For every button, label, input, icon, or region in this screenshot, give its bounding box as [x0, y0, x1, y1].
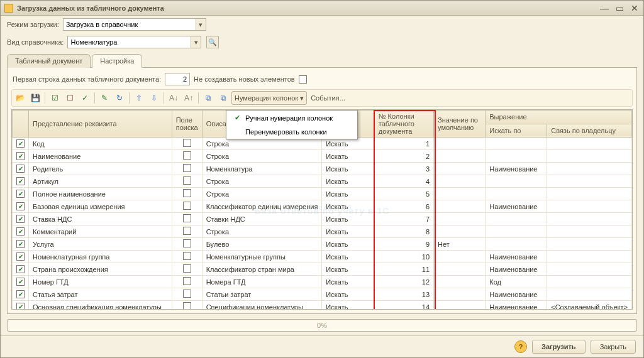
cell-default[interactable]	[434, 175, 486, 188]
reftype-combo[interactable]: ▾	[67, 36, 201, 48]
table-row[interactable]: ✔УслугаБулевоИскать9Нет	[13, 238, 632, 251]
checkone-icon[interactable]: ✓	[78, 91, 92, 105]
cell-mode[interactable]: Искать	[322, 200, 374, 213]
cell-repr[interactable]: Страна происхождения	[29, 263, 172, 276]
cell-desc[interactable]: Булево	[202, 238, 322, 251]
cell-repr[interactable]: Комментарий	[29, 225, 172, 238]
cell-findby[interactable]	[486, 213, 547, 225]
mode-combo[interactable]: ▾	[63, 18, 206, 31]
cell-mode[interactable]: Искать	[322, 150, 374, 163]
row-checkbox[interactable]: ✔	[16, 278, 25, 286]
cell-desc[interactable]: Номера ГТД	[202, 276, 322, 288]
cell-owner[interactable]	[547, 263, 632, 276]
load-button[interactable]: Загрузить	[532, 340, 586, 354]
minimize-button[interactable]: —	[599, 4, 609, 13]
sortdesc-icon[interactable]: A↑	[182, 91, 196, 105]
search-checkbox[interactable]	[183, 290, 191, 298]
cell-colnum[interactable]: 7	[374, 213, 433, 225]
search-checkbox[interactable]	[183, 202, 191, 210]
cell-desc[interactable]: Ставки НДС	[202, 213, 322, 225]
events-link[interactable]: События...	[308, 94, 348, 102]
cell-owner[interactable]	[547, 213, 632, 225]
close-button[interactable]: Закрыть	[591, 340, 636, 354]
settings-table[interactable]: БухЭксперт 8 База ответов по учету в 1С …	[11, 109, 633, 310]
cell-desc[interactable]: Статьи затрат	[202, 288, 322, 301]
close-button[interactable]: ✕	[630, 4, 640, 13]
cell-owner[interactable]	[547, 138, 632, 150]
row-checkbox[interactable]: ✔	[16, 265, 25, 273]
row-checkbox[interactable]: ✔	[16, 252, 25, 261]
tab-tabdoc[interactable]: Табличный документ	[7, 54, 91, 68]
table-row[interactable]: ✔Страна происхожденияКлассификатор стран…	[13, 263, 632, 276]
search-checkbox[interactable]	[183, 164, 191, 172]
cell-colnum[interactable]: 8	[374, 225, 433, 238]
nocreate-checkbox[interactable]	[299, 75, 307, 84]
cell-colnum[interactable]: 14	[374, 301, 433, 310]
row-checkbox[interactable]: ✔	[16, 202, 25, 210]
cell-owner[interactable]	[547, 251, 632, 263]
cell-repr[interactable]: Базовая единица измерения	[29, 200, 172, 213]
cell-desc[interactable]: Классификатор стран мира	[202, 263, 322, 276]
row-checkbox[interactable]: ✔	[16, 152, 25, 160]
cell-owner[interactable]	[547, 238, 632, 251]
cell-default[interactable]	[434, 288, 486, 301]
cell-colnum[interactable]: 4	[374, 175, 433, 188]
cell-findby[interactable]	[486, 238, 547, 251]
cell-findby[interactable]: Код	[486, 276, 547, 288]
chevron-down-icon[interactable]: ▾	[196, 19, 206, 30]
cell-colnum[interactable]: 3	[374, 163, 433, 175]
search-checkbox[interactable]	[183, 214, 191, 222]
cell-owner[interactable]	[547, 175, 632, 188]
cell-colnum[interactable]: 2	[374, 150, 433, 163]
menu-renumber[interactable]: Перенумеровать колонки	[226, 125, 357, 139]
table-row[interactable]: ✔КомментарийСтрокаИскать8	[13, 225, 632, 238]
cell-owner[interactable]	[547, 200, 632, 213]
movedown-icon[interactable]: ⇩	[147, 91, 161, 105]
cell-desc[interactable]: Классификатор единиц измерения	[202, 200, 322, 213]
cell-mode[interactable]: Искать	[322, 288, 374, 301]
table-row[interactable]: ✔Полное наименованиеСтрокаИскать5	[13, 188, 632, 200]
cell-default[interactable]	[434, 251, 486, 263]
cell-mode[interactable]: Искать	[322, 276, 374, 288]
cell-findby[interactable]	[486, 225, 547, 238]
col-search[interactable]: Поле поиска	[172, 111, 202, 138]
search-checkbox[interactable]	[183, 264, 191, 273]
cell-default[interactable]	[434, 225, 486, 238]
search-checkbox[interactable]	[183, 277, 191, 285]
cell-default[interactable]	[434, 213, 486, 225]
col-colnum[interactable]: № Колонки табличного документа	[374, 111, 433, 138]
tab-settings[interactable]: Настройка	[92, 54, 142, 68]
sortasc-icon[interactable]: A↓	[167, 91, 180, 105]
cell-findby[interactable]	[486, 175, 547, 188]
cell-owner[interactable]	[547, 188, 632, 200]
cell-owner[interactable]	[547, 288, 632, 301]
row-checkbox[interactable]: ✔	[16, 165, 25, 173]
search-checkbox[interactable]	[183, 151, 191, 160]
cell-colnum[interactable]: 6	[374, 200, 433, 213]
cell-repr[interactable]: Полное наименование	[29, 188, 172, 200]
cell-desc[interactable]: Строка	[202, 150, 322, 163]
cell-default[interactable]: Нет	[434, 238, 486, 251]
cell-default[interactable]	[434, 150, 486, 163]
paste-icon[interactable]: ⧉	[216, 91, 230, 105]
cell-desc[interactable]: Номенклатурные группы	[202, 251, 322, 263]
col-default[interactable]: Значение по умолчанию	[434, 111, 486, 138]
cell-findby[interactable]: Наименование	[486, 163, 547, 175]
checkall-icon[interactable]: ☑	[48, 91, 62, 105]
cell-default[interactable]	[434, 301, 486, 310]
row-checkbox[interactable]: ✔	[16, 227, 25, 236]
col-findby[interactable]: Искать по	[486, 124, 547, 138]
cell-desc[interactable]: Спецификации номенклатуры	[202, 301, 322, 310]
cell-findby[interactable]: Наименование	[486, 200, 547, 213]
cell-default[interactable]	[434, 200, 486, 213]
search-checkbox[interactable]	[183, 139, 191, 147]
table-row[interactable]: ✔Номер ГТДНомера ГТДИскать12Код	[13, 276, 632, 288]
uncheckall-icon[interactable]: ☐	[63, 91, 77, 105]
search-checkbox[interactable]	[183, 302, 191, 310]
refresh-icon[interactable]: ↻	[113, 91, 126, 105]
cell-mode[interactable]: Искать	[322, 188, 374, 200]
cell-findby[interactable]: Наименование	[486, 251, 547, 263]
cell-colnum[interactable]: 10	[374, 251, 433, 263]
cell-colnum[interactable]: 9	[374, 238, 433, 251]
cell-repr[interactable]: Артикул	[29, 175, 172, 188]
